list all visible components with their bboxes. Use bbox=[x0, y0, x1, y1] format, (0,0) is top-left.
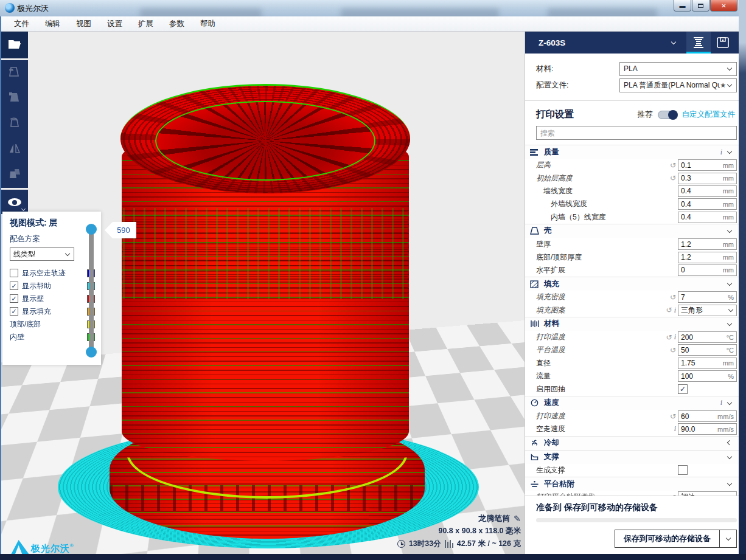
menu-item-5[interactable]: 参数 bbox=[161, 17, 192, 31]
color-scheme-dropdown[interactable]: 线类型 bbox=[10, 247, 74, 261]
settings-search-input[interactable] bbox=[536, 126, 737, 140]
view-option-label: 显示填充 bbox=[22, 306, 51, 317]
menu-item-2[interactable]: 视图 bbox=[68, 17, 99, 31]
setting-label: 空走速度 bbox=[536, 424, 565, 434]
setting-value-input[interactable]: 0.1mm bbox=[678, 159, 737, 171]
menu-bar: 文件编辑视图设置扩展参数帮助 bbox=[1, 16, 739, 32]
layer-slider-lower-handle[interactable] bbox=[86, 347, 97, 358]
menu-item-6[interactable]: 帮助 bbox=[192, 17, 223, 31]
revert-icon[interactable]: ↺ bbox=[670, 347, 676, 354]
setting-value-input[interactable]: 60mm/s bbox=[678, 410, 737, 422]
eye-icon bbox=[8, 198, 21, 206]
section-header-infill[interactable]: 填充 bbox=[525, 277, 739, 291]
view-option-checkbox[interactable]: ✓ bbox=[10, 282, 18, 290]
layer-slider[interactable] bbox=[89, 226, 94, 355]
setting-row: 填充图案↺i三角形 bbox=[525, 304, 739, 317]
section-header-speed[interactable]: 速度i bbox=[525, 396, 739, 410]
setting-checkbox[interactable] bbox=[678, 465, 688, 475]
machine-header: Z-603S bbox=[525, 32, 739, 54]
setting-value-input[interactable]: 7% bbox=[678, 291, 737, 303]
view-option-row: 显示空走轨迹 bbox=[10, 267, 96, 279]
setting-checkbox[interactable]: ✓ bbox=[678, 384, 688, 394]
setting-dropdown[interactable]: 三角形 bbox=[678, 305, 737, 316]
setting-dropdown[interactable]: 裙边 bbox=[678, 491, 737, 496]
custom-profile-link[interactable]: 自定义配置文件 bbox=[682, 109, 736, 120]
chevron-down-icon bbox=[727, 149, 732, 154]
revert-icon[interactable]: ↺ bbox=[670, 413, 676, 420]
view-option-checkbox[interactable]: ✓ bbox=[10, 294, 18, 303]
close-button[interactable]: ✕ bbox=[710, 0, 737, 12]
save-options-dropdown[interactable] bbox=[720, 530, 737, 548]
section-header-quality[interactable]: 质量i bbox=[525, 145, 739, 159]
rename-pencil-icon[interactable]: ✎ bbox=[514, 514, 521, 524]
setting-value-input[interactable]: 0.3mm bbox=[678, 173, 737, 184]
preview-stage-button[interactable] bbox=[686, 32, 711, 54]
layer-slider-upper-handle[interactable] bbox=[86, 224, 97, 235]
revert-icon[interactable]: ↺ bbox=[670, 294, 676, 301]
menu-item-1[interactable]: 编辑 bbox=[37, 17, 68, 31]
setting-label: 流量 bbox=[536, 371, 551, 381]
section-header-cooling[interactable]: 冷却 bbox=[525, 436, 739, 450]
section-title: 平台粘附 bbox=[544, 479, 574, 489]
revert-icon[interactable]: ↺ bbox=[666, 306, 672, 314]
setting-value-input[interactable]: 0.4mm bbox=[678, 185, 737, 197]
setting-label: 墙线宽度 bbox=[543, 186, 573, 196]
setting-value-input[interactable]: 0mm bbox=[678, 264, 737, 276]
model-relief-band bbox=[123, 208, 408, 299]
section-header-support[interactable]: 支撑 bbox=[525, 450, 739, 464]
setting-value-input[interactable]: 200°C bbox=[678, 331, 737, 343]
output-footer: 准备到 保存到可移动的存储设备 保存到可移动的存储设备 bbox=[525, 496, 739, 554]
model-name: 龙腾笔筒 bbox=[478, 513, 510, 524]
mirror-tool-button[interactable] bbox=[1, 137, 28, 162]
revert-icon[interactable]: ↺ bbox=[670, 175, 676, 182]
open-file-button[interactable] bbox=[1, 32, 28, 58]
minimize-button[interactable]: ▬ bbox=[674, 0, 691, 12]
scale-tool-button[interactable] bbox=[1, 86, 28, 111]
menu-item-0[interactable]: 文件 bbox=[6, 17, 37, 31]
setting-value-input[interactable]: 1.75mm bbox=[678, 358, 737, 369]
desktop-edge bbox=[739, 0, 746, 554]
revert-icon[interactable]: ↺ bbox=[666, 334, 672, 341]
view-option-checkbox[interactable] bbox=[10, 269, 18, 277]
maximize-button[interactable] bbox=[692, 0, 709, 12]
window-title: 极光尔沃 bbox=[17, 3, 49, 14]
setting-row: 外墙线宽度0.4mm bbox=[525, 198, 739, 210]
section-header-material[interactable]: 材料 bbox=[525, 317, 739, 331]
setting-value-input[interactable]: 0.4mm bbox=[678, 198, 737, 210]
setting-row: 启用回抽✓ bbox=[525, 382, 739, 395]
setting-value-input[interactable]: 50°C bbox=[678, 344, 737, 356]
support-icon bbox=[530, 453, 540, 461]
material-icon bbox=[530, 320, 540, 328]
material-dropdown[interactable]: PLA bbox=[619, 62, 737, 76]
menu-item-4[interactable]: 扩展 bbox=[130, 17, 161, 31]
setting-value-input[interactable]: 100% bbox=[678, 370, 737, 382]
chevron-down-icon bbox=[727, 481, 732, 486]
save-to-removable-button[interactable]: 保存到可移动的存储设备 bbox=[615, 530, 720, 548]
info-icon[interactable]: i bbox=[720, 148, 722, 157]
info-icon[interactable]: i bbox=[720, 398, 722, 407]
revert-icon[interactable]: ↺ bbox=[670, 162, 676, 169]
monitor-stage-button[interactable] bbox=[711, 32, 735, 54]
view-option-checkbox[interactable]: ✓ bbox=[10, 307, 18, 316]
info-icon[interactable]: i bbox=[674, 424, 676, 434]
setting-label: 填充图案 bbox=[536, 305, 565, 316]
cooling-icon bbox=[530, 439, 540, 448]
setting-value-input[interactable]: 1.2mm bbox=[678, 252, 737, 263]
setting-value-input[interactable]: 90.0mm/s bbox=[678, 423, 737, 435]
move-tool-button[interactable] bbox=[1, 60, 28, 86]
setting-value-input[interactable]: 0.4mm bbox=[678, 212, 737, 223]
menu-item-3[interactable]: 设置 bbox=[99, 17, 130, 31]
main-window: 极光尔沃® JGAURORA 龙腾笔筒✎ 90.8 x 90.8 x 118.0… bbox=[1, 32, 739, 554]
per-model-settings-button[interactable] bbox=[1, 162, 28, 188]
view-mode-button[interactable] bbox=[1, 190, 28, 214]
profile-dropdown[interactable]: PLA 普通质量(PLA Normal Qua ★ bbox=[619, 78, 737, 92]
brand-reg-mark: ® bbox=[70, 543, 74, 548]
recommended-custom-toggle[interactable] bbox=[658, 111, 677, 119]
printer-dropdown-chevron-icon[interactable] bbox=[671, 40, 676, 44]
section-header-adhesion[interactable]: 平台粘附 bbox=[525, 477, 739, 491]
setting-value-input[interactable]: 1.2mm bbox=[678, 238, 737, 250]
section-header-shell[interactable]: 壳 bbox=[525, 224, 739, 238]
rotate-tool-button[interactable] bbox=[1, 111, 28, 137]
info-icon[interactable]: i bbox=[674, 333, 676, 342]
info-icon[interactable]: i bbox=[674, 306, 676, 315]
